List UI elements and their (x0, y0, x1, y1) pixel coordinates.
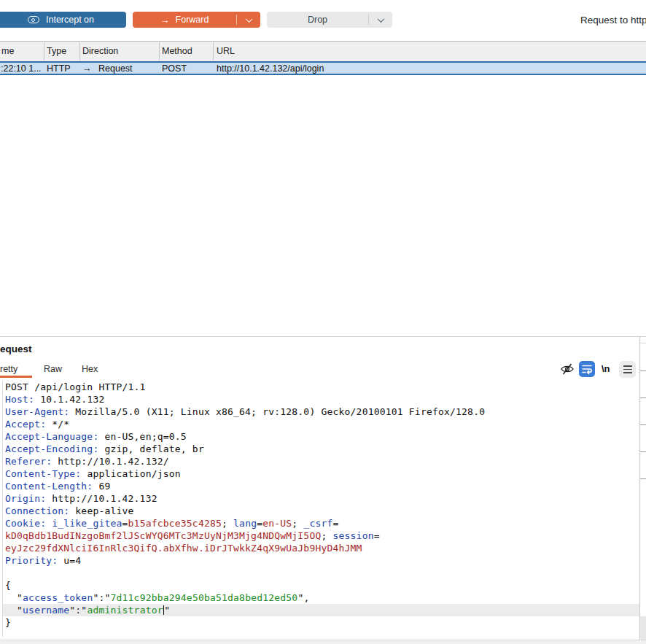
forward-dropdown-toggle[interactable] (237, 12, 260, 28)
scrollbar-tick (640, 397, 646, 398)
chevron-down-icon (245, 15, 252, 23)
request-line: Cookie: i_like_gitea=b15afcbce35c4285; l… (3, 517, 639, 529)
column-header-type[interactable]: Type (47, 46, 66, 56)
request-line: Accept: */* (3, 418, 639, 430)
request-line: eyJzc29fdXNlciI6InRlc3QifQ.abXfhw.iDrJTw… (3, 542, 639, 554)
table-header: me Type Direction Method URL (0, 42, 646, 61)
intercept-button-label: Intercept on (46, 15, 94, 25)
word-wrap-icon[interactable] (579, 361, 595, 377)
strip-line (640, 343, 646, 344)
scrollbar-corner[interactable] (640, 616, 646, 640)
drop-button[interactable]: Drop (267, 12, 392, 28)
request-line: Referer: http://10.1.42.132/ (3, 455, 639, 468)
column-separator (213, 42, 214, 61)
cell-method: POST (162, 63, 187, 74)
request-line: kD0qBdb1BudINzgoBmf2lJScWYQ6MTc3MzUyNjM3… (3, 529, 639, 542)
request-line: Content-Type: application/json (3, 468, 639, 480)
column-header-url[interactable]: URL (217, 46, 235, 56)
cell-direction: Request (98, 63, 133, 74)
column-separator (159, 42, 160, 61)
request-line: Priority: u=4 (3, 554, 639, 567)
cell-url: http://10.1.42.132/api/login (217, 63, 324, 74)
hamburger-menu-icon[interactable] (619, 361, 636, 378)
drop-dropdown-toggle[interactable] (369, 12, 392, 28)
forward-button[interactable]: → Forward (133, 12, 260, 28)
forward-arrow-icon: → (160, 15, 170, 25)
request-line: Connection: keep-alive (3, 505, 639, 517)
scrollbar-tick (640, 451, 646, 452)
horizontal-scrollbar[interactable] (0, 640, 646, 644)
request-line: "username":"administrator" (3, 604, 639, 616)
drop-button-label: Drop (267, 15, 368, 25)
column-header-time[interactable]: me (1, 46, 14, 56)
request-editor[interactable]: POST /api/login HTTP/1.1Host: 10.1.42.13… (2, 381, 639, 637)
tab-raw[interactable]: Raw (44, 364, 62, 377)
request-line (3, 567, 639, 579)
request-line: Accept-Encoding: gzip, deflate, br (3, 443, 639, 455)
table-row[interactable]: :22:10 1... HTTP → Request POST http://1… (0, 61, 646, 75)
panel-top-border (0, 336, 646, 337)
request-line: Host: 10.1.42.132 (3, 393, 639, 406)
column-separator (44, 42, 44, 61)
request-line: "access_token":"7d11c92bba294e50ba51da8b… (3, 591, 639, 604)
request-line: POST /api/login HTTP/1.1 (3, 381, 639, 393)
request-to-host-label: Request to http (580, 15, 646, 26)
request-line: User-Agent: Mozilla/5.0 (X11; Linux x86_… (3, 406, 639, 418)
scrollbar-tick (640, 424, 646, 425)
forward-button-label: Forward (176, 15, 209, 25)
cell-time: :22:10 1... (1, 63, 42, 74)
panel-right-divider (639, 336, 640, 644)
request-line: Content-Length: 69 (3, 480, 639, 492)
tab-hex[interactable]: Hex (82, 364, 98, 377)
chevron-down-icon (377, 15, 384, 23)
request-line: Accept-Language: en-US,en;q=0.5 (3, 430, 639, 443)
intercept-toggle-button[interactable]: Intercept on (0, 12, 126, 28)
request-line: } (3, 616, 639, 629)
eye-slash-icon[interactable] (560, 362, 575, 376)
scrollbar-tick (640, 371, 646, 371)
column-header-method[interactable]: Method (162, 46, 192, 56)
column-header-direction[interactable]: Direction (82, 46, 118, 56)
column-separator (79, 42, 80, 61)
cell-type: HTTP (47, 63, 71, 74)
newline-chars-icon[interactable]: \n (602, 363, 610, 374)
request-line: { (3, 579, 639, 591)
active-tab-indicator (0, 376, 32, 378)
scrollbar-tick (640, 478, 646, 479)
burp-proxy-intercept-screen: Intercept on → Forward Drop Request to h… (0, 0, 646, 644)
request-line: Origin: http://10.1.42.132 (3, 492, 639, 505)
direction-arrow-icon: → (82, 63, 92, 74)
request-panel-title: equest (0, 344, 32, 354)
intercept-record-icon (28, 16, 39, 23)
